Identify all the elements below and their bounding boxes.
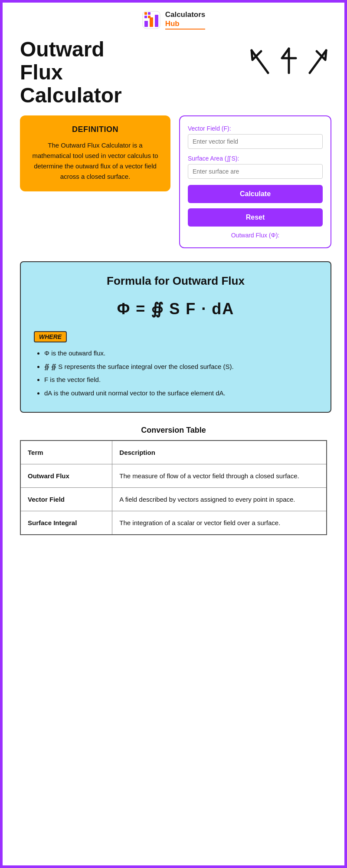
arrow-up-icon [276,43,302,77]
conversion-table: Term Description Outward Flux The measur… [20,440,327,535]
calculator-box: Vector Field (F): Surface Area (∬S): Cal… [179,115,331,248]
svg-rect-6 [144,16,147,18]
desc-outward-flux: The measure of flow of a vector field th… [112,464,327,488]
calculate-button[interactable]: Calculate [188,185,323,203]
desc-surface-integral: The integration of a scalar or vector fi… [112,511,327,535]
logo-calculators: Calculators [165,10,206,19]
where-badge: WHERE [34,331,67,342]
arrows-decoration [246,38,331,77]
arrow-up-left-icon [246,43,272,77]
svg-rect-5 [148,12,151,15]
logo-icon [142,10,161,30]
term-outward-flux: Outward Flux [20,464,112,488]
svg-rect-1 [144,21,148,27]
logo-underline [165,29,206,30]
svg-rect-4 [144,12,147,15]
vector-field-input[interactable] [188,134,323,149]
list-item: ∯ ∯ S represents the surface integral ov… [44,362,318,372]
list-item: F is the vector field. [44,375,318,385]
col-term-header: Term [20,441,112,464]
formula-title: Formula for Outward Flux [34,274,318,288]
header: Calculators Hub [3,3,344,34]
col-desc-header: Description [112,441,327,464]
table-row: Surface Integral The integration of a sc… [20,511,327,535]
title-section: Outward Flux Calculator [3,34,344,111]
result-label: Outward Flux (Φ): [188,232,323,239]
list-item: Φ is the outward flux. [44,349,318,358]
desc-vector-field: A field described by vectors assigned to… [112,488,327,511]
vector-field-label: Vector Field (F): [188,125,323,132]
term-surface-integral: Surface Integral [20,511,112,535]
definition-text: The Outward Flux Calculator is a mathema… [28,140,163,182]
surface-area-label: Surface Area (∬S): [188,155,323,162]
arrow-up-right-icon [305,43,331,77]
term-vector-field: Vector Field [20,488,112,511]
formula-section: Formula for Outward Flux Φ = ∯ S F · dA … [20,261,331,413]
definition-heading: DEFINITION [28,125,163,134]
formula-math: Φ = ∯ S F · dA [34,300,318,318]
svg-rect-2 [150,17,153,27]
svg-rect-3 [155,15,158,27]
svg-rect-7 [148,16,151,18]
definition-box: DEFINITION The Outward Flux Calculator i… [20,115,170,191]
table-title: Conversion Table [20,426,327,435]
logo-text: Calculators Hub [165,10,206,30]
list-item: dA is the outward unit normal vector to … [44,388,318,398]
table-header-row: Term Description [20,441,327,464]
table-section: Conversion Table Term Description Outwar… [3,421,344,548]
page-title: Outward Flux Calculator [20,38,238,107]
logo-hub: Hub [165,20,206,28]
reset-button[interactable]: Reset [188,208,323,227]
table-row: Outward Flux The measure of flow of a ve… [20,464,327,488]
two-col-section: DEFINITION The Outward Flux Calculator i… [3,111,344,257]
formula-list: Φ is the outward flux. ∯ ∯ S represents … [34,349,318,398]
table-row: Vector Field A field described by vector… [20,488,327,511]
surface-area-input[interactable] [188,164,323,179]
